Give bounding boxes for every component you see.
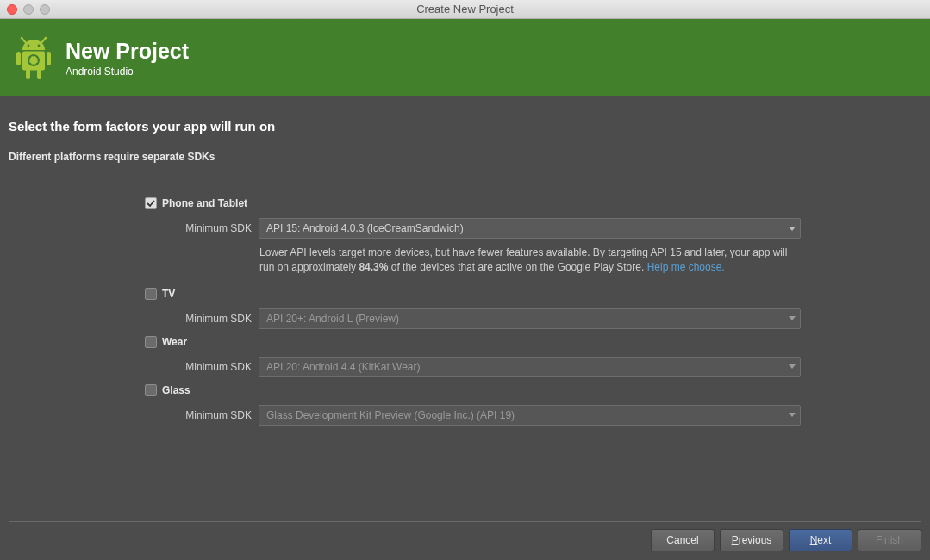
sdk-row-tv: Minimum SDK API 20+: Android L (Preview) [145,308,801,329]
svg-rect-9 [26,69,30,79]
sdk-label-phone: Minimum SDK [145,222,252,234]
sdk-row-phone: Minimum SDK API 15: Android 4.0.3 (IceCr… [145,218,801,239]
svg-point-5 [38,45,41,47]
chevron-down-icon [783,406,800,425]
svg-rect-7 [16,52,21,65]
window-title: Create New Project [7,3,923,16]
header-text: New Project Android Studio [66,39,189,78]
svg-rect-6 [22,52,45,71]
button-bar: Cancel Previous Next Finish [9,521,921,551]
header-title: New Project [66,39,189,64]
section-subtitle: Different platforms require separate SDK… [9,151,921,163]
dropdown-value: API 15: Android 4.0.3 (IceCreamSandwich) [266,222,464,234]
wizard-header: New Project Android Studio [0,19,930,96]
checkbox-label-tv: TV [162,288,175,300]
checkbox-row-tv: TV [145,288,801,300]
minimize-window-button[interactable] [23,4,34,15]
section-title: Select the form factors your app will ru… [9,119,921,134]
cancel-button[interactable]: Cancel [651,529,715,551]
sdk-dropdown-tv[interactable]: API 20+: Android L (Preview) [259,308,801,329]
checkbox-label-wear: Wear [162,336,187,348]
maximize-window-button[interactable] [40,4,50,15]
checkbox-label-glass: Glass [162,384,190,396]
chevron-down-icon [783,358,800,376]
svg-point-4 [28,45,30,47]
sdk-row-glass: Minimum SDK Glass Development Kit Previe… [145,405,801,426]
dropdown-value: Glass Development Kit Preview (Google In… [266,409,515,421]
next-button[interactable]: Next [789,529,852,551]
checkbox-row-glass: Glass [145,384,801,396]
form-factors-area: Phone and Tablet Minimum SDK API 15: And… [145,197,801,432]
sdk-dropdown-wear[interactable]: API 20: Android 4.4 (KitKat Wear) [259,357,801,377]
android-icon [14,34,53,81]
help-text-phone: Lower API levels target more devices, bu… [259,246,801,276]
tv-group: TV Minimum SDK API 20+: Android L (Previ… [145,288,801,329]
wizard-content: Select the form factors your app will ru… [0,96,930,560]
chevron-down-icon [783,309,800,328]
checkbox-wear[interactable] [145,336,157,348]
dropdown-value: API 20+: Android L (Preview) [266,313,399,325]
help-me-choose-link[interactable]: Help me choose. [647,261,725,273]
sdk-label-glass: Minimum SDK [145,409,252,421]
wear-group: Wear Minimum SDK API 20: Android 4.4 (Ki… [145,336,801,377]
svg-rect-10 [37,69,41,79]
header-subtitle: Android Studio [66,65,189,78]
checkbox-phone-tablet[interactable] [145,197,157,209]
phone-tablet-group: Phone and Tablet Minimum SDK API 15: And… [145,197,801,276]
checkbox-row-phone: Phone and Tablet [145,197,801,209]
window-titlebar: Create New Project [0,0,930,19]
finish-button: Finish [858,529,921,551]
checkbox-row-wear: Wear [145,336,801,348]
close-window-button[interactable] [7,4,17,15]
traffic-lights [7,4,50,15]
svg-rect-8 [47,52,51,65]
checkbox-glass[interactable] [145,384,157,396]
chevron-down-icon [783,219,800,238]
checkbox-tv[interactable] [145,288,157,300]
sdk-label-wear: Minimum SDK [145,361,252,373]
sdk-row-wear: Minimum SDK API 20: Android 4.4 (KitKat … [145,357,801,377]
checkbox-label-phone: Phone and Tablet [162,197,247,209]
sdk-dropdown-phone[interactable]: API 15: Android 4.0.3 (IceCreamSandwich) [259,218,801,239]
sdk-dropdown-glass[interactable]: Glass Development Kit Preview (Google In… [259,405,801,426]
glass-group: Glass Minimum SDK Glass Development Kit … [145,384,801,426]
dropdown-value: API 20: Android 4.4 (KitKat Wear) [266,361,421,373]
previous-button[interactable]: Previous [720,529,783,551]
sdk-label-tv: Minimum SDK [145,313,252,325]
